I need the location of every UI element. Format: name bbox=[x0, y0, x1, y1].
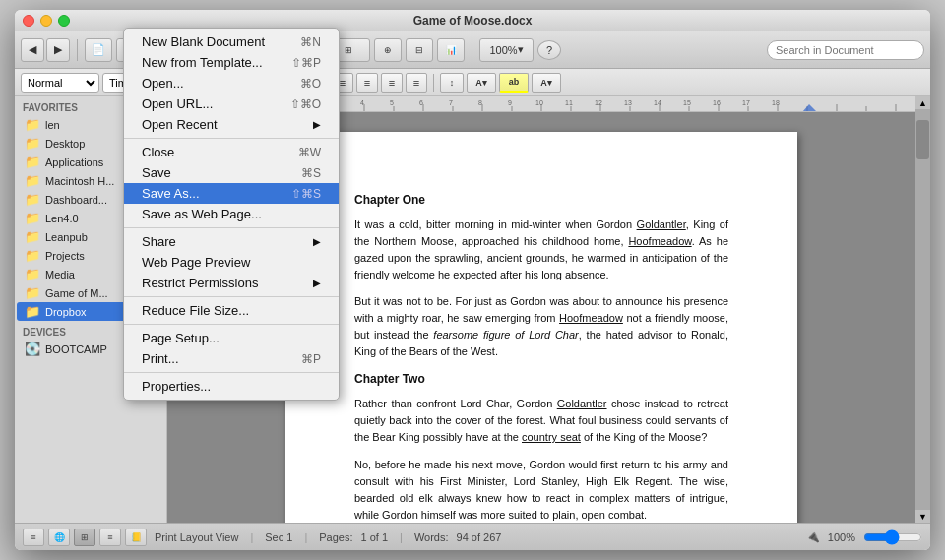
folder-icon: 📁 bbox=[25, 173, 40, 188]
menu-item-shortcut-open-url: ⇧⌘O bbox=[290, 97, 321, 111]
new-doc-button[interactable]: 📄 bbox=[85, 38, 112, 62]
menu-separator-after-print bbox=[124, 372, 339, 373]
folder-icon: 📁 bbox=[25, 136, 40, 151]
svg-text:9: 9 bbox=[508, 99, 512, 106]
sidebar-item-label-applications: Applications bbox=[45, 156, 103, 168]
toolbar-separator-4 bbox=[472, 39, 472, 61]
chart-button[interactable]: 📊 bbox=[437, 38, 465, 62]
menu-item-reduce-file-size[interactable]: Reduce File Size... bbox=[124, 300, 339, 321]
scroll-bar[interactable]: ▲ ▼ bbox=[915, 96, 930, 523]
menu-item-open-url[interactable]: Open URL...⇧⌘O bbox=[124, 96, 339, 114]
forward-button[interactable]: ▶ bbox=[46, 38, 70, 62]
align-center-button[interactable]: ≡ bbox=[356, 73, 378, 93]
zoom-select[interactable]: 100%▾ bbox=[479, 38, 534, 62]
menu-item-label-share: Share bbox=[142, 234, 309, 249]
doc-paragraph: But it was not to be. For just as Gordon… bbox=[354, 293, 728, 360]
svg-text:17: 17 bbox=[742, 99, 750, 106]
line-spacing-button[interactable]: ↕ bbox=[440, 73, 464, 93]
menu-item-print[interactable]: Print...⌘P bbox=[124, 348, 339, 369]
words-label: Words: bbox=[414, 531, 449, 543]
sidebar-item-label-leanpub: Leanpub bbox=[45, 231, 88, 243]
folder-icon: 📁 bbox=[25, 192, 40, 207]
doc-paragraph: No, before he made his next move, Gordon… bbox=[354, 457, 728, 523]
menu-separator-after-save-as-web bbox=[124, 227, 339, 228]
scroll-up-button[interactable]: ▲ bbox=[915, 96, 930, 110]
folder-icon: 📁 bbox=[25, 117, 40, 132]
view-web-button[interactable]: 🌐 bbox=[48, 529, 70, 546]
highlight-button[interactable]: ab bbox=[499, 73, 529, 93]
menu-item-arrow-restrict-permissions: ▶ bbox=[313, 278, 321, 288]
align-justify-button[interactable]: ≡ bbox=[406, 73, 427, 93]
zoom-control: 100%▾ bbox=[479, 38, 534, 62]
menu-item-shortcut-save: ⌘S bbox=[301, 166, 321, 180]
close-button[interactable] bbox=[23, 15, 34, 27]
main-area: FAVORITES 📁len📁Desktop📁Applications📁Maci… bbox=[15, 96, 930, 523]
sidebar-item-label-dashboard: Dashboard... bbox=[45, 194, 107, 206]
menu-item-save-as-web[interactable]: Save as Web Page... bbox=[124, 204, 339, 224]
view-print-button[interactable]: ≡ bbox=[23, 529, 44, 546]
zoom-slider[interactable] bbox=[863, 529, 922, 545]
svg-text:10: 10 bbox=[536, 99, 543, 106]
style-select[interactable]: Normal bbox=[21, 73, 99, 93]
align-right-button[interactable]: ≡ bbox=[381, 73, 403, 93]
menu-item-properties[interactable]: Properties... bbox=[124, 376, 339, 397]
menu-item-save-as[interactable]: Save As...⇧⌘S bbox=[124, 183, 339, 204]
minimize-button[interactable] bbox=[40, 15, 52, 27]
svg-text:11: 11 bbox=[565, 99, 573, 106]
folder-icon: 📁 bbox=[25, 229, 40, 244]
section-label: Sec 1 bbox=[265, 531, 292, 543]
sidebar-item-label-game-of-m: Game of M... bbox=[45, 287, 108, 299]
view-draft-button[interactable]: ≡ bbox=[99, 529, 121, 546]
folder-icon: 📁 bbox=[25, 211, 40, 225]
menu-item-share[interactable]: Share▶ bbox=[124, 231, 339, 252]
menu-item-open-recent[interactable]: Open Recent▶ bbox=[124, 114, 339, 135]
menu-item-page-setup[interactable]: Page Setup... bbox=[124, 328, 339, 348]
menu-separator-after-restrict-permissions bbox=[124, 296, 339, 297]
menu-item-arrow-open-recent: ▶ bbox=[313, 119, 321, 130]
words-value: 94 of 267 bbox=[457, 531, 502, 543]
sidebar-item-label-projects: Projects bbox=[45, 250, 85, 262]
menu-item-shortcut-close: ⌘W bbox=[298, 146, 321, 159]
menu-item-label-save-as: Save As... bbox=[142, 186, 291, 201]
maximize-button[interactable] bbox=[58, 15, 70, 27]
menu-item-close[interactable]: Close⌘W bbox=[124, 142, 339, 162]
menu-item-label-save-as-web: Save as Web Page... bbox=[142, 207, 321, 221]
toolbar-separator-1 bbox=[77, 39, 78, 61]
menu-item-restrict-permissions[interactable]: Restrict Permissions▶ bbox=[124, 273, 339, 293]
view-outline-button[interactable]: ⊞ bbox=[74, 529, 95, 546]
format-separator-2 bbox=[433, 74, 434, 92]
table-button[interactable]: ⊟ bbox=[406, 38, 433, 62]
folder-icon: 📁 bbox=[25, 155, 40, 169]
menu-item-label-restrict-permissions: Restrict Permissions bbox=[142, 276, 309, 290]
folder-icon: 📁 bbox=[25, 285, 40, 300]
insert-button[interactable]: ⊕ bbox=[374, 38, 402, 62]
menu-item-label-open-url: Open URL... bbox=[142, 96, 290, 111]
help-button[interactable]: ? bbox=[537, 40, 561, 60]
window-title: Game of Moose.docx bbox=[413, 14, 533, 28]
menu-item-label-open-recent: Open Recent bbox=[142, 117, 309, 132]
menu-item-save[interactable]: Save⌘S bbox=[124, 162, 339, 183]
text-color-button[interactable]: A▾ bbox=[532, 73, 561, 93]
status-bar: ≡ 🌐 ⊞ ≡ 📒 Print Layout View | Sec 1 | Pa… bbox=[15, 523, 930, 550]
view-label: Print Layout View bbox=[155, 531, 238, 543]
status-icon: 🔌 bbox=[806, 530, 820, 543]
chapter-heading: Chapter One bbox=[354, 191, 728, 209]
color-button[interactable]: A▾ bbox=[467, 73, 496, 93]
folder-icon: 📁 bbox=[25, 248, 40, 263]
zoom-percent: 100% bbox=[828, 531, 855, 543]
menu-item-web-page-preview[interactable]: Web Page Preview bbox=[124, 252, 339, 273]
pages-label: Pages: bbox=[319, 531, 352, 543]
sidebar-item-label-dropbox: Dropbox bbox=[45, 306, 87, 318]
svg-text:6: 6 bbox=[419, 99, 423, 106]
status-sep-1: | bbox=[250, 531, 253, 543]
menu-item-label-properties: Properties... bbox=[142, 379, 321, 394]
svg-text:8: 8 bbox=[478, 99, 482, 106]
view-nb-button[interactable]: 📒 bbox=[125, 529, 147, 546]
back-button[interactable]: ◀ bbox=[21, 38, 44, 62]
search-input[interactable] bbox=[767, 40, 924, 60]
nav-buttons: ◀ ▶ bbox=[21, 38, 70, 62]
sidebar-item-label-len4: Len4.0 bbox=[45, 213, 79, 224]
scroll-thumb[interactable] bbox=[916, 120, 929, 159]
scroll-down-button[interactable]: ▼ bbox=[915, 509, 930, 523]
view-icons: ≡ 🌐 ⊞ ≡ 📒 bbox=[23, 529, 147, 546]
